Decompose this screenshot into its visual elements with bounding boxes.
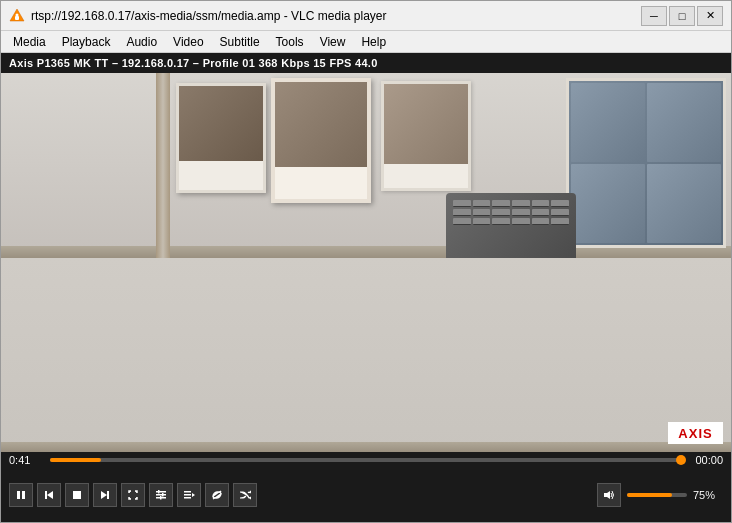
key <box>473 200 491 207</box>
axis-logo: AXIS <box>668 422 723 444</box>
top-shelf <box>1 73 731 258</box>
stream-status-bar: Axis P1365 MK TT – 192.168.0.17 – Profil… <box>1 53 731 73</box>
svg-rect-18 <box>184 497 191 499</box>
loop-button[interactable] <box>205 483 229 507</box>
shelf-board-bottom <box>1 442 731 452</box>
key <box>492 209 510 216</box>
photo-cell-2 <box>647 83 721 162</box>
key <box>551 200 569 207</box>
photo-cell-1 <box>571 83 645 162</box>
key <box>473 209 491 216</box>
photo-frame-2 <box>271 78 371 203</box>
volume-percentage: 75% <box>693 489 723 501</box>
photo-image-3 <box>569 81 723 245</box>
volume-fill <box>627 493 672 497</box>
photo-frame-4 <box>381 81 471 191</box>
key <box>532 209 550 216</box>
random-button[interactable] <box>233 483 257 507</box>
svg-rect-1 <box>15 16 19 20</box>
keypad-device <box>446 193 576 263</box>
svg-marker-19 <box>192 493 195 497</box>
menu-audio[interactable]: Audio <box>118 31 165 52</box>
video-content: CCTV IntelligentNetwork Video Understand… <box>1 73 731 452</box>
key <box>492 200 510 207</box>
shelf-scene: CCTV IntelligentNetwork Video Understand… <box>1 73 731 452</box>
key <box>453 200 471 207</box>
vlc-icon <box>9 8 25 24</box>
photo-cell-3 <box>571 164 645 243</box>
window-controls: ─ □ ✕ <box>641 6 723 26</box>
menu-video[interactable]: Video <box>165 31 211 52</box>
menu-tools[interactable]: Tools <box>268 31 312 52</box>
stop-button[interactable] <box>65 483 89 507</box>
progress-bar-area: 0:41 00:00 <box>1 452 731 468</box>
photo-image-4 <box>384 84 468 164</box>
key <box>473 218 491 225</box>
time-current: 0:41 <box>9 454 44 466</box>
key <box>512 218 530 225</box>
svg-rect-11 <box>156 494 166 496</box>
svg-marker-8 <box>101 491 107 499</box>
window-title: rtsp://192.168.0.17/axis-media/ssm/media… <box>31 9 641 23</box>
key <box>532 218 550 225</box>
menu-media[interactable]: Media <box>5 31 54 52</box>
bottom-shelf: CCTV IntelligentNetwork Video Understand… <box>1 258 731 452</box>
svg-rect-6 <box>45 491 47 499</box>
vlc-window: rtsp://192.168.0.17/axis-media/ssm/media… <box>0 0 732 523</box>
key <box>532 200 550 207</box>
svg-marker-20 <box>604 491 610 499</box>
stream-status-text: Axis P1365 MK TT – 192.168.0.17 – Profil… <box>9 57 378 69</box>
video-area[interactable]: CCTV IntelligentNetwork Video Understand… <box>1 73 731 452</box>
controls-left <box>9 483 597 507</box>
progress-fill <box>50 458 101 462</box>
key <box>551 218 569 225</box>
controls-row: 75% <box>1 468 731 522</box>
svg-rect-3 <box>17 491 20 499</box>
svg-rect-4 <box>22 491 25 499</box>
key <box>492 218 510 225</box>
photo-image-1 <box>179 86 263 161</box>
minimize-button[interactable]: ─ <box>641 6 667 26</box>
menu-help[interactable]: Help <box>353 31 394 52</box>
svg-rect-14 <box>162 493 164 497</box>
time-total: 00:00 <box>688 454 723 466</box>
pause-button[interactable] <box>9 483 33 507</box>
key <box>453 218 471 225</box>
svg-rect-13 <box>158 490 160 494</box>
menu-bar: Media Playback Audio Video Subtitle Tool… <box>1 31 731 53</box>
key <box>453 209 471 216</box>
maximize-button[interactable]: □ <box>669 6 695 26</box>
progress-handle <box>676 455 686 465</box>
skip-back-button[interactable] <box>37 483 61 507</box>
photo-image-2 <box>275 82 367 167</box>
photo-frame-1 <box>176 83 266 193</box>
controls-area: 0:41 00:00 <box>1 452 731 522</box>
svg-point-2 <box>16 13 19 16</box>
svg-rect-7 <box>73 491 81 499</box>
menu-playback[interactable]: Playback <box>54 31 119 52</box>
title-bar: rtsp://192.168.0.17/axis-media/ssm/media… <box>1 1 731 31</box>
key <box>512 200 530 207</box>
key <box>551 209 569 216</box>
menu-subtitle[interactable]: Subtitle <box>212 31 268 52</box>
svg-rect-17 <box>184 494 191 496</box>
close-button[interactable]: ✕ <box>697 6 723 26</box>
keypad-keys <box>450 197 572 228</box>
svg-marker-5 <box>47 491 53 499</box>
svg-rect-9 <box>107 491 109 499</box>
volume-button[interactable] <box>597 483 621 507</box>
axis-logo-text: AXIS <box>678 426 712 441</box>
photo-frame-3 <box>566 78 726 248</box>
svg-rect-15 <box>160 496 162 500</box>
progress-track[interactable] <box>50 458 682 462</box>
key <box>512 209 530 216</box>
volume-track[interactable] <box>627 493 687 497</box>
extended-settings-button[interactable] <box>149 483 173 507</box>
svg-rect-16 <box>184 491 191 493</box>
skip-forward-button[interactable] <box>93 483 117 507</box>
fullscreen-button[interactable] <box>121 483 145 507</box>
menu-view[interactable]: View <box>312 31 354 52</box>
playlist-button[interactable] <box>177 483 201 507</box>
svg-rect-10 <box>156 491 166 493</box>
controls-right: 75% <box>597 483 723 507</box>
